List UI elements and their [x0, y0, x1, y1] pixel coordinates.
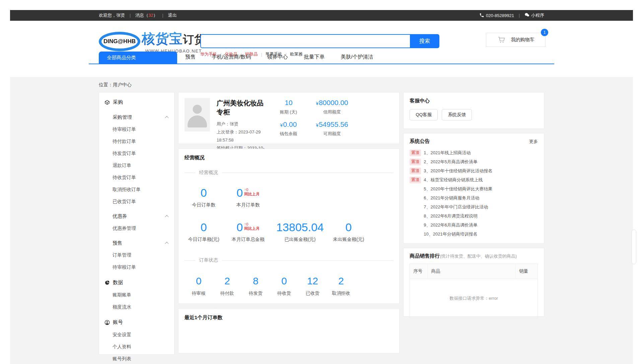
sidebar-item-refund-orders[interactable]: 退款订单 — [99, 160, 174, 172]
status-value: 2 — [327, 276, 355, 286]
announcement-item[interactable]: 7、2022年年中门店业绩评比活动 — [410, 202, 538, 211]
announcement-item[interactable]: 置顶3、2020年十佳经销商评比活动报名 — [410, 166, 538, 175]
nav-link-presale[interactable]: 预售 — [185, 54, 196, 61]
sidebar-item-presale[interactable]: 预售 — [99, 237, 174, 249]
stat-value: 0 — [236, 221, 243, 233]
status-cancelled-rejected: 2取消拒收 — [327, 276, 355, 296]
nav-link-bulk-order[interactable]: 批量下单 — [304, 54, 325, 61]
qq-service-button[interactable]: QQ客服 — [410, 109, 438, 120]
logo-mark: DING@HHB — [99, 32, 140, 51]
announcements-more-link[interactable]: 更多 — [529, 139, 538, 145]
table-header-row: 序号 商品 销量 — [410, 264, 538, 279]
sidebar-item-label: 预售 — [113, 240, 122, 246]
overview-title: 经营概况 — [185, 155, 394, 161]
status-label: 待付款 — [213, 290, 241, 296]
sidebar-group-data[interactable]: 数据 — [99, 276, 174, 289]
nav-link-skincare[interactable]: 美肤/个护清洁 — [341, 54, 373, 61]
sidebar-group-account[interactable]: 账号 — [99, 316, 174, 329]
pinned-badge: 置顶 — [410, 177, 421, 183]
announcement-item[interactable]: 置顶2、2022年5月商品调价清单 — [410, 157, 538, 166]
sidebar-item-pending-receipt-orders[interactable]: 待收货订单 — [99, 172, 174, 184]
announcement-item[interactable]: 置顶1、2021年线上招商活动 — [410, 148, 538, 157]
announcement-item[interactable]: 9、2022年6月商品调价清单 — [410, 220, 538, 230]
announcement-item[interactable]: 6、2021年分销商服务月活动 — [410, 193, 538, 202]
chevron-up-icon — [165, 116, 168, 119]
sidebar-item-account-list[interactable]: 账号列表 — [99, 353, 174, 364]
messages-link[interactable]: 消息（32） — [135, 12, 157, 18]
sidebar-item-pending-payment-orders[interactable]: 待付款订单 — [99, 135, 174, 148]
sidebar-item-coupon-management[interactable]: 优惠券管理 — [99, 222, 174, 235]
sidebar-item-order-management[interactable]: 订单管理 — [99, 249, 174, 261]
sidebar-item-purchase-management[interactable]: 采购管理 — [99, 111, 174, 123]
sidebar-item-received-orders[interactable]: 已收货订单 — [99, 196, 174, 208]
search-input[interactable] — [200, 34, 410, 48]
announcement-text: 1、2021年线上招商活动 — [424, 150, 471, 156]
stat-label: 本月订单总金额 — [223, 237, 273, 243]
announcement-item[interactable]: 8、2022年6月调货流程说明 — [410, 211, 538, 220]
search-button[interactable]: 搜索 — [410, 34, 439, 48]
profile-stats: 10 账期 (天) ¥80000.00 信用额度 ¥0.00 钱包余额 — [267, 98, 354, 138]
cart-label: 我的购物车 — [511, 37, 534, 43]
sidebar-item-pending-review-orders[interactable]: 待审核订单 — [99, 123, 174, 135]
workspace: 位置：用户中心 采购 采购管理 待审核订单 待付款订单 待发货订单 退款订单 待… — [10, 77, 633, 364]
status-value: 0 — [185, 276, 213, 286]
site-header: DING@HHB 核货宝 订货 WWW.HEHUOBAO.NET 搜索 华为手机 — [10, 21, 633, 77]
stat-available-credit: ¥54955.56 可用额度 — [310, 120, 354, 137]
topbar-separator: | — [519, 13, 520, 18]
recent-orders-title: 最近1个月订单数 — [185, 314, 394, 321]
nav-links: 预售 手机/运营商/数码 领券中心 批量下单 美肤/个护清洁 — [185, 54, 373, 64]
currency-symbol: ¥ — [280, 122, 283, 128]
stat-label: 钱包余额 — [267, 131, 310, 137]
stat-billing-period: 10 账期 (天) — [267, 99, 310, 115]
box-icon — [104, 100, 110, 105]
announcement-text: 8、2022年6月调货流程说明 — [424, 213, 477, 219]
sales-ranking-title: 商品销售排行 — [410, 253, 440, 259]
scrollbar-thumb[interactable] — [632, 230, 636, 264]
stat-label: 今日订单数 — [185, 202, 223, 208]
profile-info: 广州美妆化妆品专柜 用户：张贤 上次登录：2023-07-29 18:57:58… — [217, 98, 267, 138]
sidebar-item-credit-flow[interactable]: 额度流水 — [99, 301, 174, 313]
cart-button[interactable]: 我的购物车 1 — [486, 33, 546, 47]
stat-label: 可用额度 — [310, 131, 354, 137]
profile-user-line: 用户：张贤 — [217, 120, 267, 128]
logout-link[interactable]: 退出 — [168, 12, 177, 18]
sidebar-group-purchase[interactable]: 采购 — [99, 96, 174, 109]
announcement-item[interactable]: 10、2021年分销商培训报名 — [410, 230, 538, 239]
announcement-item[interactable]: 5、2020年十佳经销商评比大赛结果 — [410, 184, 538, 193]
sidebar-item-security-settings[interactable]: 安全设置 — [99, 329, 174, 341]
sidebar-item-pending-shipment-orders[interactable]: 待发货订单 — [99, 148, 174, 160]
stat-value: 80000.00 — [319, 99, 348, 106]
announcements-title: 系统公告 — [410, 138, 430, 145]
stat-month-orders: 0↑0同比上月 本月订单数 — [223, 187, 273, 208]
sidebar-item-presale-pending-review[interactable]: 待审核订单 — [99, 261, 174, 273]
system-feedback-button[interactable]: 系统反馈 — [442, 109, 472, 120]
stat-label: 今日订单额(元) — [185, 237, 223, 243]
sidebar-item-personal-profile[interactable]: 个人资料 — [99, 341, 174, 353]
stat-label: 已出账金额(元) — [273, 237, 327, 243]
nav-link-coupon-center[interactable]: 领券中心 — [267, 54, 288, 61]
table-empty-message: 数据接口请求异常：error — [410, 279, 538, 318]
announcement-item[interactable]: 置顶4、核货宝经销商分销系统上线 — [410, 175, 538, 184]
stat-wallet-balance: ¥0.00 钱包余额 — [267, 120, 310, 137]
recent-orders-card: 最近1个月订单数 — [178, 308, 400, 353]
sidebar-item-billing-statements[interactable]: 账期账单 — [99, 289, 174, 301]
category-tab[interactable]: 全部商品分类 — [99, 52, 177, 64]
mini-program-link[interactable]: 小程序 — [524, 12, 544, 18]
status-pending-shipment: 8待发货 — [241, 276, 270, 296]
stat-credit-limit: ¥80000.00 信用额度 — [310, 99, 354, 115]
topbar-left: 欢迎您，张贤 | 消息（32） | 退出 — [99, 12, 177, 18]
logo[interactable]: DING@HHB 核货宝 订货 WWW.HEHUOBAO.NET — [99, 29, 206, 54]
stat-value: 0.00 — [283, 120, 297, 128]
announcement-text: 2、2022年5月商品调价清单 — [424, 159, 477, 165]
cart-count-badge: 1 — [541, 29, 548, 36]
delta-vs-last-month: ↑0同比上月 — [244, 221, 260, 231]
profile-last-login: 上次登录：2023-07-29 18:57:58 — [217, 128, 267, 144]
cart-icon — [497, 35, 506, 44]
section-label: 经营概况 — [199, 170, 218, 176]
stat-value: 0 — [345, 221, 352, 233]
sidebar-item-cancelled-rejected-orders[interactable]: 取消拒收订单 — [99, 184, 174, 196]
status-value: 2 — [213, 276, 241, 286]
sidebar-item-coupons[interactable]: 优惠券 — [99, 210, 174, 222]
nav-link-phones-digital[interactable]: 手机/运营商/数码 — [212, 54, 251, 61]
messages-count: 32 — [148, 13, 153, 18]
